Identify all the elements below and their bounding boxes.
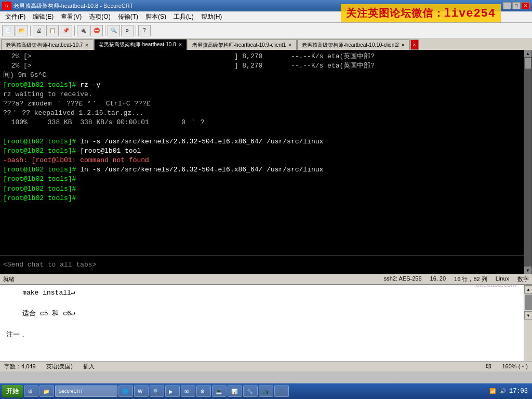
- scroll-track[interactable]: [524, 57, 531, 267]
- tb-paste[interactable]: 📌: [60, 25, 72, 36]
- menu-tools[interactable]: 工具(L): [170, 11, 197, 22]
- taskbar-browser[interactable]: 🌐: [118, 385, 133, 397]
- scroll-up-button[interactable]: ▲: [524, 50, 531, 57]
- taskbar-misc3[interactable]: 📺: [259, 385, 273, 397]
- terminal-scrollbar[interactable]: ▲ ▼: [524, 50, 532, 274]
- taskbar-email[interactable]: ✉: [181, 385, 195, 397]
- doc-scroll-down-button[interactable]: ▼: [524, 311, 532, 320]
- menu-script[interactable]: 脚本(S): [142, 11, 169, 22]
- menu-file[interactable]: 文件(F): [2, 11, 29, 22]
- status-mode: 数字: [517, 275, 529, 283]
- doc-line: 注一．: [6, 330, 526, 339]
- tab-heartbeat-8[interactable]: 老男孩高级架构师-heartbeat-10.8 ✕: [94, 39, 187, 50]
- terminal-line: [root@lb02 tools]#: [3, 175, 521, 184]
- terminal-line: 2% [> ] 8,270 --.--K/s eta(英国中部?: [3, 52, 521, 61]
- taskbar-search[interactable]: 🔍: [150, 385, 164, 397]
- menu-transfer[interactable]: 传输(T): [115, 11, 141, 22]
- terminal-line: [root@lb02 tools]# rz -y: [3, 81, 521, 90]
- tab-bar: 老男孩高级架构师-heartbeat-10.7 ✕ 老男孩高级架构师-heart…: [0, 38, 532, 50]
- status-ready: 就绪: [3, 275, 380, 283]
- tb-sep3: [105, 25, 105, 36]
- tb-connect[interactable]: 🔌: [77, 25, 89, 36]
- menu-view[interactable]: 查看(V): [58, 11, 85, 22]
- scroll-thumb[interactable]: [525, 58, 531, 69]
- tb-copy[interactable]: 📋: [46, 25, 59, 36]
- taskbar: 开始 🖥 📁 SecureCRT 🌐 W 🔍 ▶ ✉ ⚙ 💻 📊 🔧 📺 🎵 📶…: [0, 383, 532, 399]
- terminal-line: 间) 9m 6s^C: [3, 71, 521, 80]
- tb-disconnect[interactable]: ⛔: [90, 25, 103, 36]
- status-pos2: 16 行，82 列: [454, 275, 487, 283]
- taskbar-word[interactable]: W: [134, 385, 149, 397]
- tab-heartbeat-9[interactable]: 老男孩高级架构师-heartbeat-10.9-client1 ✕: [188, 39, 297, 50]
- tab-close-all[interactable]: ✕: [410, 39, 419, 50]
- minimize-button[interactable]: ─: [503, 2, 511, 9]
- taskbar-misc4[interactable]: 🎵: [274, 385, 289, 397]
- taskbar-terminal[interactable]: 💻: [212, 385, 227, 397]
- doc-scroll-thumb[interactable]: [525, 295, 532, 310]
- maximize-button[interactable]: □: [512, 2, 521, 9]
- zoom-level: 160% (－): [502, 363, 528, 370]
- taskbar-misc1[interactable]: 📊: [228, 385, 242, 397]
- menu-help[interactable]: 帮助(H): [198, 11, 225, 22]
- doc-line: make install↵: [6, 288, 526, 297]
- window-title: 老男孩高级架构师-heartbeat-10.8 - SecureCRT: [14, 2, 133, 10]
- tb-help[interactable]: ?: [138, 25, 151, 36]
- word-insert-mode: 插入: [83, 363, 95, 370]
- tb-print[interactable]: 🖨: [33, 25, 45, 36]
- taskbar-misc2[interactable]: 🔧: [243, 385, 258, 397]
- doc-line: [6, 299, 526, 307]
- tab-close-10[interactable]: ✕: [401, 43, 405, 48]
- terminal-line: ??＇ ?? keepalived-1.2.16.tar.gz...: [3, 109, 521, 118]
- status-right: ssh2: AES-256 16, 20 16 行，82 列 Linux 数字: [384, 275, 529, 283]
- terminal-line: [3, 128, 521, 137]
- window-controls[interactable]: ─ □ ✕: [503, 2, 530, 9]
- tb-sep2: [74, 25, 75, 36]
- watermark-top: 关注英图论坛微信：live254: [341, 4, 501, 22]
- status-os: Linux: [496, 275, 509, 283]
- taskbar-desktop[interactable]: 🖥: [24, 385, 38, 397]
- start-button[interactable]: 开始: [2, 385, 23, 397]
- status-pos1: 16, 20: [430, 275, 446, 283]
- chat-bar: [0, 255, 524, 274]
- tray-volume[interactable]: 🔊: [499, 387, 507, 395]
- terminal-line: 2% [> ] 8,270 --.--K/s eta(英国中部?: [3, 61, 521, 71]
- tray-network: 📶: [488, 387, 497, 395]
- doc-scrollbar[interactable]: ▲ ▼: [524, 285, 532, 361]
- tb-settings[interactable]: ⚙: [121, 25, 134, 36]
- doc-scroll-up-button[interactable]: ▲: [524, 285, 532, 294]
- taskbar-explorer[interactable]: 📁: [39, 385, 54, 397]
- taskbar-media[interactable]: ▶: [165, 385, 180, 397]
- toolbar: 📄 📂 🖨 📋 📌 🔌 ⛔ 🔍 ⚙ ?: [0, 23, 532, 38]
- status-bar: 就绪 ssh2: AES-256 16, 20 16 行，82 列 Linux …: [0, 274, 532, 284]
- close-button[interactable]: ✕: [522, 2, 530, 9]
- tb-open[interactable]: 📂: [16, 25, 28, 36]
- document-area: make install↵ 适合 c5 和 c6↵ 注一． 慕课大巴 muked…: [0, 284, 532, 361]
- tb-new[interactable]: 📄: [2, 25, 15, 36]
- word-language: 英语(美国): [46, 363, 73, 370]
- document-content[interactable]: make install↵ 适合 c5 和 c6↵ 注一．: [0, 285, 532, 344]
- tb-find[interactable]: 🔍: [108, 25, 120, 36]
- doc-line: 适合 c5 和 c6↵: [6, 309, 526, 318]
- tab-heartbeat-10[interactable]: 老男孩高级架构师-heartbeat-10.10-client2 ✕: [297, 39, 409, 50]
- taskbar-settings[interactable]: ⚙: [196, 385, 211, 397]
- terminal[interactable]: 2% [> ] 8,270 --.--K/s eta(英国中部? 2% [> ]…: [0, 50, 524, 255]
- doc-line: [6, 320, 526, 328]
- terminal-main: 2% [> ] 8,270 --.--K/s eta(英国中部? 2% [> ]…: [0, 50, 524, 274]
- terminal-line: 100% 338 KB 338 KB/s 00:00:01 0 ＇ ?: [3, 118, 521, 127]
- menu-options[interactable]: 选项(O): [86, 11, 113, 22]
- tab-close-7[interactable]: ✕: [85, 43, 89, 48]
- tab-heartbeat-7[interactable]: 老男孩高级架构师-heartbeat-10.7 ✕: [1, 39, 94, 50]
- chat-input[interactable]: [3, 261, 521, 269]
- terminal-line: [root@lb02 tools]# ln -s /usr/src/kernel…: [3, 165, 521, 175]
- tb-sep1: [30, 25, 31, 36]
- word-char-count: 字数：4,049: [4, 363, 36, 370]
- tab-close-9[interactable]: ✕: [288, 43, 292, 48]
- taskbar-securecrt[interactable]: SecureCRT: [55, 385, 117, 397]
- app-logo: S: [2, 2, 11, 10]
- taskbar-time: 17:03: [509, 388, 528, 395]
- terminal-line: [root@lb02 tools]# ln -s /usr/src/kernel…: [3, 137, 521, 147]
- tab-close-8[interactable]: ✕: [178, 42, 182, 47]
- menu-edit[interactable]: 编辑(E): [30, 11, 57, 22]
- taskbar-tray: 📶 🔊 17:03: [488, 387, 530, 395]
- scroll-down-button[interactable]: ▼: [524, 267, 531, 274]
